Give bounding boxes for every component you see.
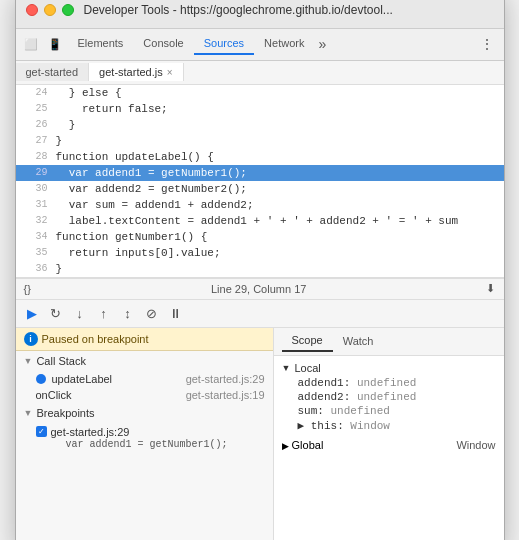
breakpoint-notice-text: Paused on breakpoint <box>42 333 149 345</box>
tab-network[interactable]: Network <box>254 33 314 55</box>
close-button[interactable] <box>26 4 38 16</box>
tabbar: ⬜ 📱 Elements Console Sources Network » ⋮ <box>16 29 504 61</box>
code-line-35: 35 return inputs[0].value; <box>16 245 504 261</box>
device-icon[interactable]: 📱 <box>44 33 66 55</box>
left-panel: i Paused on breakpoint ▼ Call Stack upda… <box>16 328 274 541</box>
breakpoint-notice: i Paused on breakpoint <box>16 328 273 351</box>
frame-location-0: get-started.js:29 <box>186 373 265 385</box>
call-stack-header[interactable]: ▼ Call Stack <box>16 351 273 371</box>
minimize-button[interactable] <box>44 4 56 16</box>
file-tab-get-started[interactable]: get-started <box>16 63 90 81</box>
bp-loc-text: get-started.js:29 <box>51 426 130 438</box>
file-tab-js-label: get-started.js <box>99 66 163 78</box>
tab-console[interactable]: Console <box>133 33 193 55</box>
call-stack-item-0[interactable]: updateLabel get-started.js:29 <box>16 371 273 387</box>
deactivate-breakpoints-button[interactable]: ⊘ <box>142 303 162 323</box>
code-line-30: 30 var addend2 = getNumber2(); <box>16 181 504 197</box>
breakpoints-header[interactable]: ▼ Breakpoints <box>16 403 273 423</box>
scope-item-addend2: addend2: undefined <box>282 390 496 404</box>
bottom-panel: i Paused on breakpoint ▼ Call Stack upda… <box>16 328 504 541</box>
more-tabs-icon[interactable]: » <box>314 36 330 52</box>
titlebar: Developer Tools - https://googlechrome.g… <box>16 0 504 29</box>
breakpoints-list: get-started.js:29 var addend1 = getNumbe… <box>16 423 273 454</box>
info-icon: i <box>24 332 38 346</box>
step-out-button[interactable]: ↑ <box>94 303 114 323</box>
scope-global-header[interactable]: ▶ Global Window <box>282 437 496 453</box>
code-editor[interactable]: 24 } else { 25 return false; 26 } 27 } 2… <box>16 85 504 278</box>
step-button[interactable]: ↕ <box>118 303 138 323</box>
code-line-28: 28 function updateLabel() { <box>16 149 504 165</box>
code-line-24: 24 } else { <box>16 85 504 101</box>
devtools-window: Developer Tools - https://googlechrome.g… <box>15 0 505 540</box>
breakpoint-item-0: get-started.js:29 var addend1 = getNumbe… <box>36 425 265 450</box>
scope-global-label: Global <box>292 439 324 451</box>
bp-checkbox-0[interactable] <box>36 426 47 437</box>
scope-item-addend1: addend1: undefined <box>282 376 496 390</box>
bottom-section: ▶ ↻ ↓ ↑ ↕ ⊘ ⏸ i Paused on breakpoint ▼ C… <box>16 300 504 541</box>
call-stack-item-1[interactable]: onClick get-started.js:19 <box>16 387 273 403</box>
code-line-26: 26 } <box>16 117 504 133</box>
frame-icon-0 <box>36 374 46 384</box>
curly-braces-icon: {} <box>24 283 31 295</box>
file-tabs: get-started get-started.js × <box>16 61 504 85</box>
right-panel: Scope Watch ▼ Local addend1: undefined a <box>274 328 504 541</box>
maximize-button[interactable] <box>62 4 74 16</box>
menu-icon[interactable]: ⋮ <box>474 36 500 52</box>
bp-code-text: var addend1 = getNumber1(); <box>66 439 228 450</box>
pause-on-exceptions-button[interactable]: ⏸ <box>166 303 186 323</box>
frame-name-0: updateLabel <box>52 373 113 385</box>
scope-local-triangle: ▼ <box>282 363 291 373</box>
tab-sources[interactable]: Sources <box>194 33 254 55</box>
resume-button[interactable]: ▶ <box>22 303 42 323</box>
frame-location-1: get-started.js:19 <box>186 389 265 401</box>
status-bar: {} Line 29, Column 17 ⬇ <box>16 278 504 300</box>
breakpoints-triangle: ▼ <box>24 408 33 418</box>
breakpoints-label: Breakpoints <box>36 407 94 419</box>
file-tab-close-icon[interactable]: × <box>167 67 173 78</box>
code-line-34: 34 function getNumber1() { <box>16 229 504 245</box>
call-stack-triangle: ▼ <box>24 356 33 366</box>
code-line-31: 31 var sum = addend1 + addend2; <box>16 197 504 213</box>
addend2-value: undefined <box>357 391 416 403</box>
scope-global-value: Window <box>456 439 495 451</box>
scope-local-header[interactable]: ▼ Local <box>282 360 496 376</box>
traffic-lights <box>26 4 74 16</box>
status-position: Line 29, Column 17 <box>211 283 306 295</box>
code-line-32: 32 label.textContent = addend1 + ' + ' +… <box>16 213 504 229</box>
code-line-36: 36 } <box>16 261 504 277</box>
scope-local-label: Local <box>294 362 320 374</box>
call-stack-label: Call Stack <box>36 355 86 367</box>
step-into-button[interactable]: ↓ <box>70 303 90 323</box>
scope-local-section: ▼ Local addend1: undefined addend2: unde… <box>282 360 496 433</box>
scope-content: ▼ Local addend1: undefined addend2: unde… <box>274 356 504 461</box>
code-line-29: 29 var addend1 = getNumber1(); <box>16 165 504 181</box>
file-tab-label: get-started <box>26 66 79 78</box>
right-tabs: Scope Watch <box>274 328 504 356</box>
scope-item-this[interactable]: ▶ this: Window <box>282 418 496 433</box>
debug-toolbar: ▶ ↻ ↓ ↑ ↕ ⊘ ⏸ <box>16 300 504 328</box>
scope-item-sum: sum: undefined <box>282 404 496 418</box>
tab-scope[interactable]: Scope <box>282 330 333 352</box>
frame-name-1: onClick <box>36 389 72 401</box>
sum-value: undefined <box>331 405 390 417</box>
scope-global-section: ▶ Global Window <box>282 437 496 453</box>
addend1-value: undefined <box>357 377 416 389</box>
window-title: Developer Tools - https://googlechrome.g… <box>84 3 393 17</box>
bp-details: get-started.js:29 var addend1 = getNumbe… <box>51 425 228 450</box>
status-scroll-icon: ⬇ <box>486 282 495 295</box>
inspect-icon[interactable]: ⬜ <box>20 33 42 55</box>
tab-watch[interactable]: Watch <box>333 331 384 351</box>
file-tab-get-started-js[interactable]: get-started.js × <box>89 63 183 81</box>
step-over-button[interactable]: ↻ <box>46 303 66 323</box>
bp-location: get-started.js:29 <box>51 425 228 439</box>
code-line-25: 25 return false; <box>16 101 504 117</box>
scope-global-expand: ▶ Global <box>282 439 324 451</box>
tab-elements[interactable]: Elements <box>68 33 134 55</box>
code-line-27: 27 } <box>16 133 504 149</box>
